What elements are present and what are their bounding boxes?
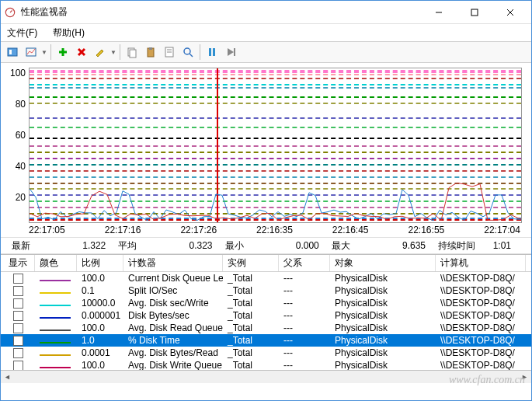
y-tick: 40 xyxy=(7,161,26,172)
cell-object: PhysicalDisk xyxy=(330,298,436,309)
col-counter[interactable]: 计数器 xyxy=(123,255,223,271)
cell-parent: --- xyxy=(279,310,330,321)
table-row[interactable]: 0.0001Avg. Disk Bytes/Read_Total---Physi… xyxy=(1,347,531,359)
stat-avg: 0.323 xyxy=(140,240,221,251)
x-tick: 22:17:26 xyxy=(180,225,217,235)
cell-object: PhysicalDisk xyxy=(330,335,436,346)
cell-instance: _Total xyxy=(223,335,279,346)
stat-max-label: 最大 xyxy=(332,239,350,253)
row-checkbox[interactable] xyxy=(13,361,23,371)
cell-scale: 10000.0 xyxy=(77,298,123,309)
minimize-button[interactable] xyxy=(421,1,457,24)
zoom-button[interactable] xyxy=(179,44,196,61)
svg-rect-17 xyxy=(209,48,211,56)
table-row[interactable]: 100.0Current Disk Queue Le..._Total---Ph… xyxy=(1,272,531,284)
col-instance[interactable]: 实例 xyxy=(223,255,279,271)
freeze-button[interactable] xyxy=(203,44,221,61)
row-checkbox[interactable] xyxy=(13,323,23,333)
grid-body[interactable]: 100.0Current Disk Queue Le..._Total---Ph… xyxy=(1,272,531,370)
col-parent[interactable]: 父系 xyxy=(279,255,330,271)
dropdown-icon[interactable]: ▼ xyxy=(41,49,47,56)
chart-type-button[interactable] xyxy=(23,44,40,61)
col-color[interactable]: 颜色 xyxy=(35,255,77,271)
view-current-button[interactable] xyxy=(4,44,21,61)
y-tick: 60 xyxy=(7,130,26,141)
cell-parent: --- xyxy=(279,347,330,358)
col-show[interactable]: 显示 xyxy=(1,255,35,271)
color-swatch xyxy=(40,367,71,368)
cell-scale: 100.0 xyxy=(77,273,123,284)
table-row[interactable]: 0.000001Disk Bytes/sec_Total---PhysicalD… xyxy=(1,309,531,322)
color-swatch xyxy=(40,330,71,331)
cell-scale: 0.000001 xyxy=(77,310,123,321)
app-icon xyxy=(4,6,16,19)
copy-button[interactable] xyxy=(123,44,141,61)
x-tick: 22:17:16 xyxy=(105,225,141,235)
stat-avg-label: 平均 xyxy=(118,239,137,253)
cell-computer: \\DESKTOP-D8Q/ xyxy=(436,323,526,333)
row-checkbox[interactable]: ✔ xyxy=(13,336,23,346)
cell-parent: --- xyxy=(279,273,330,284)
row-checkbox[interactable] xyxy=(13,286,23,296)
cell-counter: Split IO/Sec xyxy=(123,285,223,296)
cell-counter: Avg. Disk Write Queue ... xyxy=(123,360,223,370)
table-row[interactable]: 100.0Avg. Disk Write Queue ..._Total---P… xyxy=(1,359,531,370)
cell-object: PhysicalDisk xyxy=(330,310,436,321)
cell-computer: \\DESKTOP-D8Q/ xyxy=(436,285,526,296)
y-tick: 20 xyxy=(7,192,26,203)
col-computer[interactable]: 计算机 xyxy=(436,255,526,271)
menu-file[interactable]: 文件(F) xyxy=(4,25,40,41)
row-checkbox[interactable] xyxy=(13,274,23,284)
window-title: 性能监视器 xyxy=(21,5,421,19)
col-scale[interactable]: 比例 xyxy=(77,255,123,271)
color-swatch xyxy=(40,292,71,294)
row-checkbox[interactable] xyxy=(13,348,23,358)
cell-object: PhysicalDisk xyxy=(330,323,436,333)
col-object[interactable]: 对象 xyxy=(330,255,436,271)
chart-area: 100 80 60 40 20 22:17:05 22:17:16 22:17:… xyxy=(1,63,531,237)
paste-button[interactable] xyxy=(142,44,159,61)
stat-min-label: 最小 xyxy=(225,239,244,253)
table-row[interactable]: ✔1.0% Disk Time_Total---PhysicalDisk\\DE… xyxy=(1,334,531,347)
scroll-right-icon[interactable]: ► xyxy=(518,371,531,384)
update-button[interactable] xyxy=(222,44,239,61)
cell-counter: Avg. Disk sec/Write xyxy=(123,298,223,309)
table-row[interactable]: 100.0Avg. Disk Read Queue ..._Total---Ph… xyxy=(1,322,531,334)
cell-computer: \\DESKTOP-D8Q/ xyxy=(436,335,526,346)
svg-rect-9 xyxy=(130,50,136,58)
scroll-left-icon[interactable]: ◄ xyxy=(1,371,14,384)
add-counter-button[interactable] xyxy=(54,44,71,61)
cell-object: PhysicalDisk xyxy=(330,360,436,370)
table-row[interactable]: 0.1Split IO/Sec_Total---PhysicalDisk\\DE… xyxy=(1,284,531,297)
svg-rect-5 xyxy=(8,48,17,56)
color-swatch xyxy=(40,280,71,281)
maximize-button[interactable] xyxy=(457,1,492,24)
cell-parent: --- xyxy=(279,335,330,346)
titlebar: 性能监视器 xyxy=(1,1,531,24)
menu-help[interactable]: 帮助(H) xyxy=(50,25,88,41)
svg-rect-11 xyxy=(149,47,152,50)
counter-grid: 显示 颜色 比例 计数器 实例 父系 对象 计算机 100.0Current D… xyxy=(1,254,531,383)
properties-button[interactable] xyxy=(161,44,178,61)
stat-latest-label: 最新 xyxy=(12,239,30,253)
color-swatch xyxy=(40,354,71,356)
row-checkbox[interactable] xyxy=(13,311,23,321)
close-button[interactable] xyxy=(492,1,528,24)
color-swatch xyxy=(40,305,71,306)
dropdown-icon-2[interactable]: ▼ xyxy=(110,49,116,56)
y-tick: 80 xyxy=(7,99,26,110)
grid-header: 显示 颜色 比例 计数器 实例 父系 对象 计算机 xyxy=(1,255,531,272)
remove-counter-button[interactable] xyxy=(73,44,90,61)
svg-rect-18 xyxy=(213,48,215,56)
cell-instance: _Total xyxy=(223,347,279,358)
chart-plot[interactable] xyxy=(29,68,522,223)
cell-counter: Avg. Disk Bytes/Read xyxy=(123,347,223,358)
table-row[interactable]: 10000.0Avg. Disk sec/Write_Total---Physi… xyxy=(1,297,531,309)
toolbar: ▼ ▼ xyxy=(1,41,531,63)
horizontal-scrollbar[interactable]: ◄ ► xyxy=(1,370,531,383)
row-checkbox[interactable] xyxy=(13,298,23,309)
cell-instance: _Total xyxy=(223,310,279,321)
cell-scale: 100.0 xyxy=(77,323,123,333)
cell-computer: \\DESKTOP-D8Q/ xyxy=(436,298,526,309)
highlight-button[interactable] xyxy=(92,44,109,61)
